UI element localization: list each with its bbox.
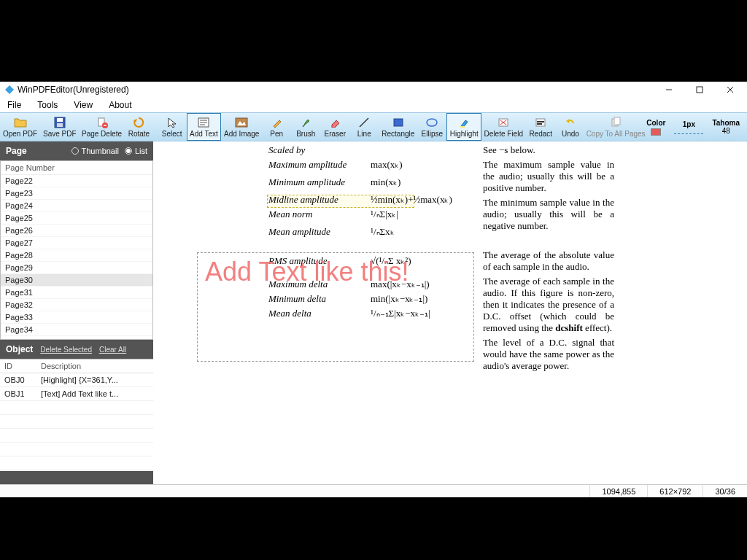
color-swatch [651,128,661,136]
eraser-icon [328,116,341,129]
sidebar-footer [0,471,153,484]
page-list-item[interactable]: Page26 [1,225,152,237]
doc-right-column: See −s below.The maximum sample value in… [483,144,614,375]
page-list-item[interactable]: Page27 [1,237,152,249]
svg-line-21 [360,118,368,127]
page-list-item[interactable]: Page24 [1,200,152,212]
sidebar-object-header: Object Delete Selected Clear All [0,340,153,359]
page-surface: Scaled byMaximum amplitudemax(xₖ)Minimum… [153,141,747,484]
page-list-item[interactable]: Page23 [1,187,152,200]
status-dim: 612×792 [647,485,703,497]
toolbar-props: Color 1px Tahoma 48 [646,113,747,141]
thumbnail-radio[interactable]: Thumbnail [71,147,119,155]
color-prop[interactable]: Color [646,119,665,136]
sidebar-object-title: Object [6,344,33,354]
line-icon [357,116,371,129]
rectangle-button[interactable]: Rectangle [379,113,417,141]
svg-rect-31 [537,123,542,125]
svg-marker-0 [5,85,14,94]
minimize-button[interactable] [654,82,684,98]
add-image-button[interactable]: Add Image [221,113,262,141]
page-list-item[interactable]: Page31 [1,287,152,299]
svg-marker-19 [274,120,281,128]
sidebar-page-title: Page [6,146,27,156]
copy-icon [609,116,622,129]
close-button[interactable] [715,82,746,98]
window-title: WinPDFEditor(Unregistered) [18,85,129,95]
svg-rect-25 [460,126,465,128]
page-list[interactable]: Page Number Page22Page23Page24Page25Page… [0,160,153,340]
linewidth-preview [674,130,703,134]
line-button[interactable]: Line [349,113,379,141]
add-text-button[interactable]: Add Text [187,113,222,141]
svg-rect-2 [697,87,703,93]
maximize-button[interactable] [684,82,715,98]
object-col-desc: Description [36,359,153,373]
page-list-item[interactable]: Page32 [1,299,152,311]
save-pdf-button[interactable]: Save PDF [40,113,80,141]
page-list-item[interactable]: Page29 [1,262,152,274]
image-icon [235,116,248,129]
letterbox-bottom [0,497,747,560]
svg-marker-20 [332,120,339,128]
undo-button[interactable]: Undo [556,113,585,141]
menu-view[interactable]: View [71,98,96,112]
svg-marker-12 [169,118,176,128]
linewidth-prop[interactable]: 1px [674,120,703,134]
copy-all-pages-button[interactable]: Copy To All Pages [585,113,646,141]
menu-tools[interactable]: Tools [34,98,61,112]
document-canvas[interactable]: Scaled byMaximum amplitudemax(xₖ)Minimum… [153,141,747,484]
page-list-item[interactable]: Page30 [1,274,152,287]
select-button[interactable]: Select [158,113,187,141]
statusbar: 1094,855 612×792 30/36 [0,484,747,497]
sidebar: Page Thumbnail List Page Number Page22Pa… [0,141,153,484]
object-row[interactable]: OBJ0[Highlight] {X=361,Y... [0,373,153,387]
page-list-item[interactable]: Page34 [1,324,152,336]
brush-button[interactable]: Brush [291,113,320,141]
svg-rect-34 [614,117,620,125]
font-prop[interactable]: Tahoma 48 [712,119,740,135]
body: Page Thumbnail List Page Number Page22Pa… [0,141,747,484]
status-coord: 1094,855 [589,485,647,497]
status-page: 30/36 [703,485,747,497]
page-list-item[interactable]: Page28 [1,249,152,262]
ellipse-icon [425,116,438,129]
app-window: WinPDFEditor(Unregistered) File Tools Vi… [0,82,747,497]
page-list-header: Page Number [1,161,152,175]
delete-field-button[interactable]: Delete Field [481,113,525,141]
svg-rect-6 [57,118,63,122]
pen-icon [270,116,283,129]
text-icon [197,116,210,129]
menu-file[interactable]: File [4,98,24,112]
redact-button[interactable]: Redact [525,113,556,141]
pen-button[interactable]: Pen [262,113,291,141]
brush-icon [299,116,312,129]
list-radio[interactable]: List [125,147,147,155]
highlight-button[interactable]: Highlight [446,113,481,141]
delete-selected-link[interactable]: Delete Selected [40,346,92,354]
page-delete-button[interactable]: Page Delete [80,113,125,141]
cursor-icon [166,116,179,129]
page-list-item[interactable]: Page25 [1,212,152,225]
rotate-button[interactable]: Rotate [124,113,153,141]
ellipse-button[interactable]: Ellipse [417,113,446,141]
open-pdf-button[interactable]: Open PDF [0,113,40,141]
object-row[interactable]: OBJ1[Text] Add Text like t... [0,387,153,401]
sidebar-page-header: Page Thumbnail List [0,141,153,160]
added-text-box[interactable]: Add Text like this! [197,252,474,362]
eraser-button[interactable]: Eraser [320,113,349,141]
toolbar: Open PDF Save PDF Page Delete Rotate Sel… [0,112,747,141]
svg-marker-32 [566,119,570,123]
folder-open-icon [14,116,27,129]
page-delete-icon [96,116,109,129]
svg-rect-7 [57,123,63,127]
page-list-item[interactable]: Page22 [1,175,152,187]
clear-all-link[interactable]: Clear All [99,346,126,354]
object-table[interactable]: ID Description OBJ0[Highlight] {X=361,Y.… [0,359,153,471]
menu-about[interactable]: About [106,98,134,112]
svg-point-23 [427,119,437,126]
delete-field-icon [497,116,510,129]
page-list-item[interactable]: Page33 [1,311,152,324]
app-icon [4,85,15,95]
rotate-icon [132,116,145,129]
